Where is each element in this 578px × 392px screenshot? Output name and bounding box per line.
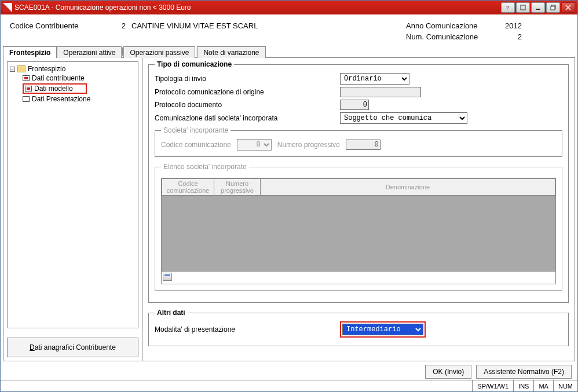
legend-elenco: Elenco societa' incorporate: [161, 163, 249, 171]
tree-item-label: Dati Presentazione: [32, 95, 90, 103]
window-title: SCAE001A - Comunicazione operazioni non …: [14, 3, 500, 12]
restore-button-b[interactable]: [546, 2, 560, 13]
status-cell-num: NUM: [553, 380, 577, 391]
prot-origine-label: Protocollo comunicazione di origine: [155, 88, 340, 96]
app-window: SCAE001A - Comunicazione operazioni non …: [0, 0, 578, 392]
highlight-box: Dati modello: [23, 83, 87, 94]
num-label: Num. Comunicazione: [406, 32, 493, 41]
body-area: − Frontespizio Dati contribuente Dati mo…: [3, 58, 575, 361]
collapse-icon[interactable]: −: [10, 67, 15, 72]
statusbar: SP/W1/W1 INS MA NUM: [1, 380, 577, 391]
fieldset-soc-incorporante: Societa' incorporante Codice comunicazio…: [155, 126, 562, 157]
tree-item-modello[interactable]: Dati modello: [20, 83, 136, 94]
legend-tipo: Tipo di comunicazione: [155, 60, 234, 68]
contrib-label: Codice Contribuente: [10, 21, 108, 41]
num-value: 2: [493, 32, 522, 41]
tab-operazioni-passive[interactable]: Operazioni passive: [123, 46, 195, 58]
contrib-code: 2: [108, 21, 131, 41]
tree-root[interactable]: − Frontespizio: [10, 64, 136, 74]
codice-com-select: 0: [237, 139, 272, 151]
titlebar: SCAE001A - Comunicazione operazioni non …: [1, 1, 577, 14]
numprog-label: Numero progressivo: [277, 141, 340, 149]
prot-origine-input[interactable]: [340, 87, 421, 97]
header-info: Codice Contribuente 2 CANTINE VINUM VITA…: [1, 14, 577, 46]
leaf-icon: [25, 86, 32, 91]
comunic-select[interactable]: Soggetto che comunica: [340, 112, 467, 124]
tab-operazioni-attive[interactable]: Operazioni attive: [57, 46, 122, 58]
prot-doc-input[interactable]: [340, 100, 369, 110]
fieldset-altri-dati: Altri dati Modalita' di presentazione In…: [148, 309, 569, 346]
tree-item-contribuente[interactable]: Dati contribuente: [20, 74, 136, 83]
header-left: Codice Contribuente 2 CANTINE VINUM VITA…: [10, 21, 258, 41]
tree-item-label: Dati modello: [34, 85, 73, 93]
tree-item-label: Dati contribuente: [32, 74, 85, 82]
grid-container: Codice comunicazione Numero progressivo …: [161, 178, 556, 284]
tree-root-label: Frontespizio: [28, 65, 65, 73]
leaf-icon: [23, 75, 30, 81]
sidebar: − Frontespizio Dati contribuente Dati mo…: [3, 58, 142, 361]
grid-col-codice[interactable]: Codice comunicazione: [162, 179, 214, 196]
modalita-label: Modalita' di presentazione: [155, 325, 340, 334]
dati-anagrafici-button[interactable]: Dati anagrafici Contribuente: [7, 338, 138, 357]
form-area: Tipo di comunicazione Tipologia di invio…: [142, 58, 575, 361]
ok-button[interactable]: OK (Invio): [425, 365, 471, 379]
comunic-label: Comunicazione dati societa' incorporata: [155, 114, 340, 122]
status-cell-ins: INS: [513, 380, 533, 391]
close-button[interactable]: [561, 2, 575, 13]
tab-separator: [196, 47, 196, 56]
legend-soc-inc: Societa' incorporante: [161, 126, 231, 134]
grid-toolbar-icon[interactable]: [163, 273, 172, 281]
app-icon: [3, 3, 12, 12]
contrib-name: CANTINE VINUM VITAE EST SCARL: [131, 21, 258, 41]
tab-frontespizio[interactable]: Frontespizio: [3, 46, 57, 58]
grid-col-numero[interactable]: Numero progressivo: [214, 179, 261, 196]
help-button[interactable]: ?: [501, 2, 515, 13]
highlight-box: Intermediario: [340, 321, 426, 338]
tab-note-variazione[interactable]: Note di variazione: [197, 46, 265, 58]
grid: Codice comunicazione Numero progressivo …: [162, 178, 555, 196]
anno-value: 2012: [493, 21, 522, 30]
anno-label: Anno Comunicazione: [406, 21, 493, 30]
leaf-icon: [23, 96, 30, 102]
fieldset-tipo-comunicazione: Tipo di comunicazione Tipologia di invio…: [148, 60, 569, 303]
modalita-select[interactable]: Intermediario: [342, 324, 423, 335]
status-cell-ma: MA: [533, 380, 553, 391]
tabs: Frontespizio Operazioni attive Operazion…: [3, 46, 575, 58]
prot-doc-label: Protocollo documento: [155, 101, 340, 109]
tipologia-label: Tipologia di invio: [155, 75, 340, 83]
restore-button-a[interactable]: [516, 2, 530, 13]
tree-item-presentazione[interactable]: Dati Presentazione: [20, 94, 136, 104]
tab-separator: [122, 47, 123, 56]
header-right: Anno Comunicazione 2012 Num. Comunicazio…: [406, 21, 522, 41]
status-cell-sp: SP/W1/W1: [472, 380, 513, 391]
folder-icon: [17, 65, 25, 72]
tree: − Frontespizio Dati contribuente Dati mo…: [7, 61, 138, 328]
codice-com-label: Codice comunicazione: [161, 141, 231, 149]
fieldset-elenco-incorporate: Elenco societa' incorporate Codice comun…: [155, 163, 562, 291]
grid-footer: [162, 271, 555, 284]
footer-buttons: OK (Invio) Assistente Normativo (F2): [1, 361, 577, 380]
svg-text:?: ?: [506, 5, 509, 10]
svg-rect-6: [551, 6, 555, 10]
grid-body-empty: [162, 196, 555, 271]
assistente-button[interactable]: Assistente Normativo (F2): [476, 365, 572, 379]
minimize-button[interactable]: [531, 2, 545, 13]
numprog-input: [346, 140, 381, 150]
grid-col-denom[interactable]: Denominazione: [261, 179, 555, 196]
tipologia-select[interactable]: Ordinario: [340, 73, 409, 85]
legend-altri: Altri dati: [155, 309, 188, 317]
svg-rect-3: [521, 5, 525, 10]
